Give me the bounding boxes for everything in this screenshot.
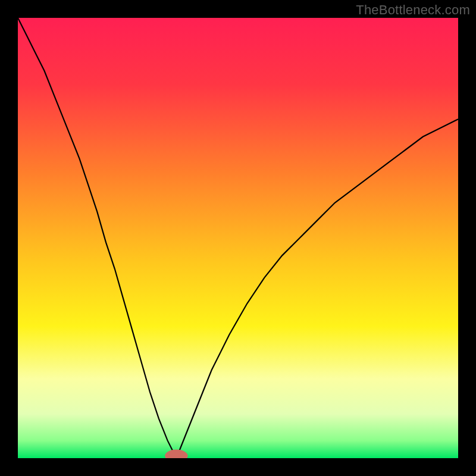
gradient-background xyxy=(18,18,458,458)
watermark-text: TheBottleneck.com xyxy=(356,2,470,18)
chart-svg xyxy=(18,18,458,458)
chart-frame: TheBottleneck.com xyxy=(0,0,476,476)
plot-area xyxy=(18,18,458,458)
